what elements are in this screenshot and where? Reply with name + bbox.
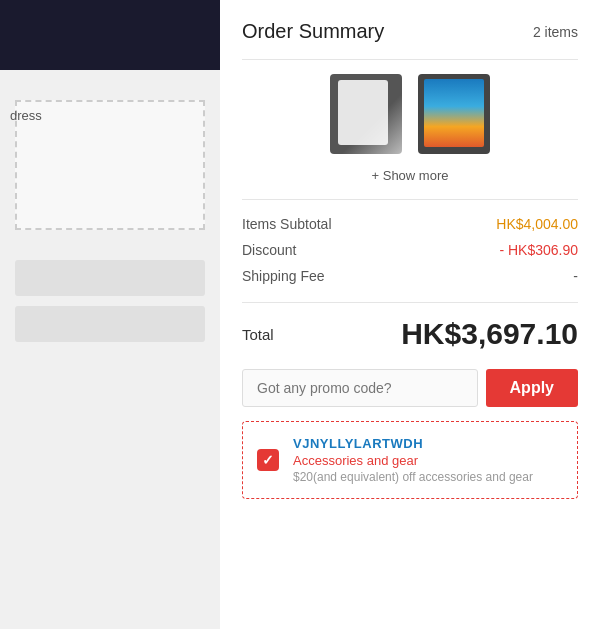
order-header: Order Summary 2 items xyxy=(242,20,578,43)
order-summary-panel: Order Summary 2 items + Show more Items … xyxy=(220,0,600,629)
divider-3 xyxy=(242,302,578,303)
case-inner xyxy=(338,80,388,145)
subtotal-label: Items Subtotal xyxy=(242,216,332,232)
coupon-name: Accessories and gear xyxy=(293,453,563,468)
total-label: Total xyxy=(242,326,274,343)
coupon-box: VJNYLLYLARTWDH Accessories and gear $20(… xyxy=(242,421,578,499)
product-images xyxy=(242,74,578,154)
show-more-text: + Show more xyxy=(372,168,449,183)
discount-value: - HK$306.90 xyxy=(499,242,578,258)
left-top-bar xyxy=(0,0,220,70)
left-address-box: dress xyxy=(15,100,205,230)
promo-row: Apply xyxy=(242,369,578,407)
divider-2 xyxy=(242,199,578,200)
promo-input[interactable] xyxy=(242,369,478,407)
total-value: HK$3,697.10 xyxy=(401,317,578,351)
subtotal-row: Items Subtotal HK$4,004.00 xyxy=(242,216,578,232)
phone-screen xyxy=(424,79,484,147)
shipping-row: Shipping Fee - xyxy=(242,268,578,284)
address-label: dress xyxy=(10,108,42,123)
show-more-button[interactable]: + Show more xyxy=(242,168,578,183)
discount-label: Discount xyxy=(242,242,296,258)
shipping-label: Shipping Fee xyxy=(242,268,325,284)
apply-button[interactable]: Apply xyxy=(486,369,578,407)
left-bottom-bar xyxy=(15,260,205,296)
product-image-phone xyxy=(418,74,490,154)
summary-rows: Items Subtotal HK$4,004.00 Discount - HK… xyxy=(242,216,578,284)
discount-row: Discount - HK$306.90 xyxy=(242,242,578,258)
product-image-case xyxy=(330,74,402,154)
coupon-code: VJNYLLYLARTWDH xyxy=(293,436,563,451)
total-row: Total HK$3,697.10 xyxy=(242,317,578,351)
left-panel: dress xyxy=(0,0,220,629)
subtotal-value: HK$4,004.00 xyxy=(496,216,578,232)
left-bottom-bar2 xyxy=(15,306,205,342)
shipping-value: - xyxy=(573,268,578,284)
coupon-description: $20(and equivalent) off accessories and … xyxy=(293,470,563,484)
order-title: Order Summary xyxy=(242,20,384,43)
divider-1 xyxy=(242,59,578,60)
coupon-checkbox[interactable] xyxy=(257,449,279,471)
items-count: 2 items xyxy=(533,24,578,40)
